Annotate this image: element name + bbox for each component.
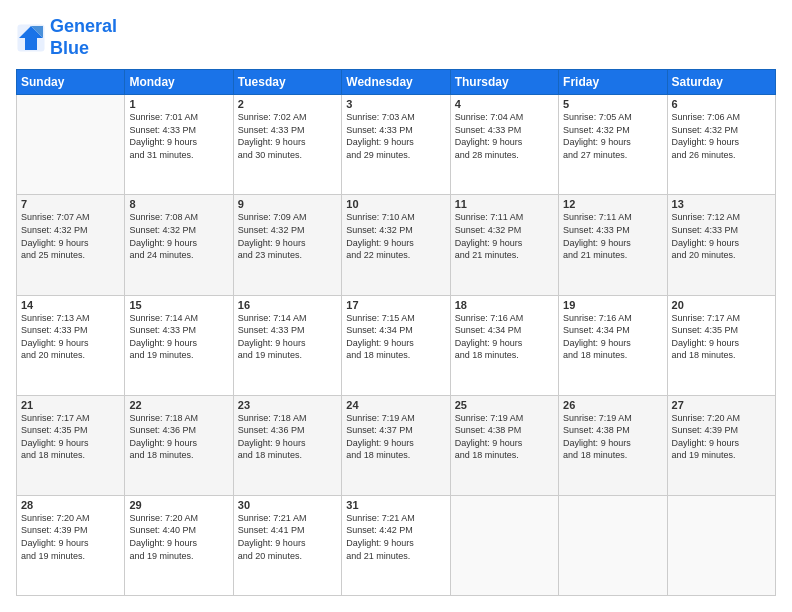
calendar-cell: 3Sunrise: 7:03 AMSunset: 4:33 PMDaylight… [342,95,450,195]
day-info: Sunrise: 7:11 AMSunset: 4:33 PMDaylight:… [563,211,662,261]
logo-text: General Blue [50,16,117,59]
day-info: Sunrise: 7:04 AMSunset: 4:33 PMDaylight:… [455,111,554,161]
day-info: Sunrise: 7:06 AMSunset: 4:32 PMDaylight:… [672,111,771,161]
day-number: 17 [346,299,445,311]
day-number: 12 [563,198,662,210]
day-info: Sunrise: 7:13 AMSunset: 4:33 PMDaylight:… [21,312,120,362]
day-info: Sunrise: 7:12 AMSunset: 4:33 PMDaylight:… [672,211,771,261]
calendar-week-row: 1Sunrise: 7:01 AMSunset: 4:33 PMDaylight… [17,95,776,195]
day-number: 7 [21,198,120,210]
day-number: 10 [346,198,445,210]
day-number: 13 [672,198,771,210]
day-number: 2 [238,98,337,110]
calendar-cell: 18Sunrise: 7:16 AMSunset: 4:34 PMDayligh… [450,295,558,395]
calendar-cell: 14Sunrise: 7:13 AMSunset: 4:33 PMDayligh… [17,295,125,395]
day-number: 8 [129,198,228,210]
day-number: 27 [672,399,771,411]
calendar-cell: 19Sunrise: 7:16 AMSunset: 4:34 PMDayligh… [559,295,667,395]
day-info: Sunrise: 7:20 AMSunset: 4:39 PMDaylight:… [672,412,771,462]
calendar-day-header: Wednesday [342,70,450,95]
day-info: Sunrise: 7:11 AMSunset: 4:32 PMDaylight:… [455,211,554,261]
calendar-cell: 17Sunrise: 7:15 AMSunset: 4:34 PMDayligh… [342,295,450,395]
calendar-table: SundayMondayTuesdayWednesdayThursdayFrid… [16,69,776,596]
day-number: 24 [346,399,445,411]
day-info: Sunrise: 7:09 AMSunset: 4:32 PMDaylight:… [238,211,337,261]
calendar-cell [559,495,667,595]
calendar-cell: 23Sunrise: 7:18 AMSunset: 4:36 PMDayligh… [233,395,341,495]
day-number: 20 [672,299,771,311]
day-number: 18 [455,299,554,311]
calendar-day-header: Saturday [667,70,775,95]
day-number: 21 [21,399,120,411]
day-number: 26 [563,399,662,411]
calendar-cell: 2Sunrise: 7:02 AMSunset: 4:33 PMDaylight… [233,95,341,195]
calendar-cell: 29Sunrise: 7:20 AMSunset: 4:40 PMDayligh… [125,495,233,595]
day-info: Sunrise: 7:07 AMSunset: 4:32 PMDaylight:… [21,211,120,261]
logo: General Blue [16,16,117,59]
calendar-cell: 27Sunrise: 7:20 AMSunset: 4:39 PMDayligh… [667,395,775,495]
day-number: 23 [238,399,337,411]
calendar-day-header: Thursday [450,70,558,95]
day-number: 22 [129,399,228,411]
day-number: 9 [238,198,337,210]
calendar-cell: 31Sunrise: 7:21 AMSunset: 4:42 PMDayligh… [342,495,450,595]
calendar-week-row: 7Sunrise: 7:07 AMSunset: 4:32 PMDaylight… [17,195,776,295]
day-info: Sunrise: 7:19 AMSunset: 4:38 PMDaylight:… [455,412,554,462]
day-info: Sunrise: 7:16 AMSunset: 4:34 PMDaylight:… [563,312,662,362]
day-info: Sunrise: 7:19 AMSunset: 4:38 PMDaylight:… [563,412,662,462]
day-number: 5 [563,98,662,110]
calendar-cell [667,495,775,595]
day-info: Sunrise: 7:18 AMSunset: 4:36 PMDaylight:… [129,412,228,462]
calendar-cell: 8Sunrise: 7:08 AMSunset: 4:32 PMDaylight… [125,195,233,295]
day-number: 4 [455,98,554,110]
day-number: 25 [455,399,554,411]
calendar-cell: 4Sunrise: 7:04 AMSunset: 4:33 PMDaylight… [450,95,558,195]
day-info: Sunrise: 7:10 AMSunset: 4:32 PMDaylight:… [346,211,445,261]
day-number: 11 [455,198,554,210]
calendar-cell: 26Sunrise: 7:19 AMSunset: 4:38 PMDayligh… [559,395,667,495]
day-info: Sunrise: 7:20 AMSunset: 4:40 PMDaylight:… [129,512,228,562]
day-info: Sunrise: 7:02 AMSunset: 4:33 PMDaylight:… [238,111,337,161]
page: General Blue SundayMondayTuesdayWednesda… [0,0,792,612]
day-info: Sunrise: 7:14 AMSunset: 4:33 PMDaylight:… [129,312,228,362]
day-number: 31 [346,499,445,511]
calendar-day-header: Sunday [17,70,125,95]
logo-icon [16,23,46,53]
day-info: Sunrise: 7:08 AMSunset: 4:32 PMDaylight:… [129,211,228,261]
calendar-cell: 1Sunrise: 7:01 AMSunset: 4:33 PMDaylight… [125,95,233,195]
day-number: 30 [238,499,337,511]
day-info: Sunrise: 7:21 AMSunset: 4:42 PMDaylight:… [346,512,445,562]
day-number: 1 [129,98,228,110]
day-info: Sunrise: 7:01 AMSunset: 4:33 PMDaylight:… [129,111,228,161]
day-info: Sunrise: 7:21 AMSunset: 4:41 PMDaylight:… [238,512,337,562]
calendar-cell: 22Sunrise: 7:18 AMSunset: 4:36 PMDayligh… [125,395,233,495]
calendar-week-row: 21Sunrise: 7:17 AMSunset: 4:35 PMDayligh… [17,395,776,495]
header: General Blue [16,16,776,59]
calendar-cell: 24Sunrise: 7:19 AMSunset: 4:37 PMDayligh… [342,395,450,495]
day-number: 15 [129,299,228,311]
calendar-cell: 25Sunrise: 7:19 AMSunset: 4:38 PMDayligh… [450,395,558,495]
calendar-cell: 7Sunrise: 7:07 AMSunset: 4:32 PMDaylight… [17,195,125,295]
calendar-cell: 28Sunrise: 7:20 AMSunset: 4:39 PMDayligh… [17,495,125,595]
calendar-cell: 15Sunrise: 7:14 AMSunset: 4:33 PMDayligh… [125,295,233,395]
calendar-cell: 6Sunrise: 7:06 AMSunset: 4:32 PMDaylight… [667,95,775,195]
calendar-header-row: SundayMondayTuesdayWednesdayThursdayFrid… [17,70,776,95]
day-number: 29 [129,499,228,511]
day-info: Sunrise: 7:03 AMSunset: 4:33 PMDaylight:… [346,111,445,161]
day-number: 28 [21,499,120,511]
day-info: Sunrise: 7:17 AMSunset: 4:35 PMDaylight:… [672,312,771,362]
day-info: Sunrise: 7:17 AMSunset: 4:35 PMDaylight:… [21,412,120,462]
calendar-cell: 30Sunrise: 7:21 AMSunset: 4:41 PMDayligh… [233,495,341,595]
day-info: Sunrise: 7:15 AMSunset: 4:34 PMDaylight:… [346,312,445,362]
calendar-day-header: Tuesday [233,70,341,95]
calendar-cell: 21Sunrise: 7:17 AMSunset: 4:35 PMDayligh… [17,395,125,495]
calendar-cell: 11Sunrise: 7:11 AMSunset: 4:32 PMDayligh… [450,195,558,295]
calendar-cell: 5Sunrise: 7:05 AMSunset: 4:32 PMDaylight… [559,95,667,195]
calendar-cell: 12Sunrise: 7:11 AMSunset: 4:33 PMDayligh… [559,195,667,295]
day-number: 6 [672,98,771,110]
calendar-day-header: Friday [559,70,667,95]
calendar-cell: 16Sunrise: 7:14 AMSunset: 4:33 PMDayligh… [233,295,341,395]
day-info: Sunrise: 7:05 AMSunset: 4:32 PMDaylight:… [563,111,662,161]
day-number: 19 [563,299,662,311]
calendar-cell: 9Sunrise: 7:09 AMSunset: 4:32 PMDaylight… [233,195,341,295]
